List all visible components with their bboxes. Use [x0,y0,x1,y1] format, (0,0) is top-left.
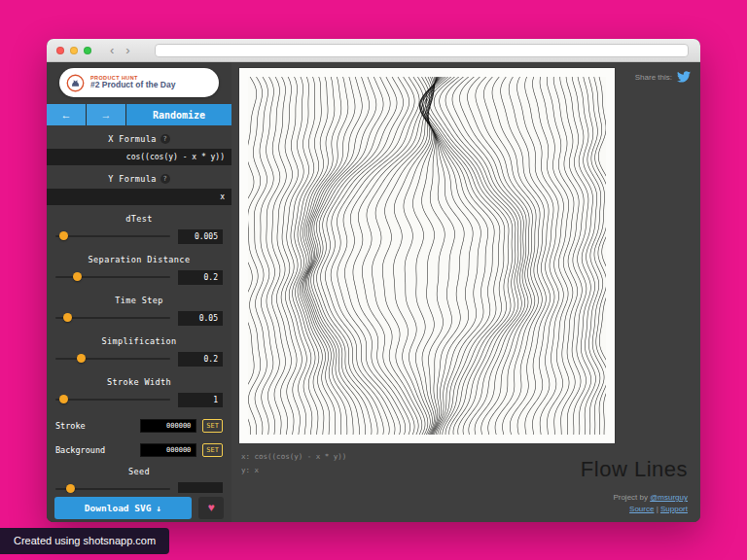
credit-line: Project by @msurguy [581,493,688,502]
links-line: Source | Support [581,505,688,513]
redo-button[interactable]: → [87,104,125,125]
dtest-slider-track[interactable] [55,227,170,246]
separation-distance-label: Separation Distance [47,254,231,265]
like-button[interactable]: ♥ [198,497,224,519]
stroke-width-slider-row: 1 [47,390,231,409]
app-title: Flow Lines [581,457,688,482]
support-link[interactable]: Support [660,505,688,513]
history-nav-row: ← → Randomize [47,104,231,125]
sidebar: Product Hunt #2 Product of the Day ← → R… [47,62,231,522]
stroke-color-swatch[interactable]: 000000 [140,419,196,433]
simplification-slider-row: 0.2 [47,349,231,368]
time-step-slider-row: 0.05 [47,308,231,328]
dtest-slider-row: 0.005 [47,227,231,246]
time-step-slider-knob[interactable] [63,313,72,322]
simplification-value: 0.2 [178,352,223,367]
caption-x-formula: x: cos((cos(y) - x * y)) [241,450,346,464]
seed-label: Seed [47,466,231,477]
product-hunt-badge[interactable]: Product Hunt #2 Product of the Day [59,68,219,97]
x-formula-label: X Formula [108,133,157,145]
product-hunt-cat-icon [66,74,85,92]
simplification-slider-knob[interactable] [77,354,86,363]
download-icon: ↓ [156,503,161,513]
time-step-label: Time Step [47,295,231,306]
x-formula-help-icon[interactable]: ? [160,134,170,144]
dtest-label: dTest [47,213,231,225]
simplification-label: Simplification [47,335,231,347]
background-color-swatch[interactable]: 000000 [140,443,196,457]
x-formula-label-row: X Formula ? [47,133,231,145]
watermark: Created using shotsnapp.com [0,528,169,554]
browser-titlebar: ‹ › [47,39,700,62]
time-step-slider-track[interactable] [55,308,170,328]
download-svg-label: Download SVG [85,503,152,513]
url-bar[interactable] [155,44,689,57]
author-link[interactable]: @msurguy [650,493,688,502]
browser-forward-button[interactable]: › [123,44,132,56]
app-content: Product Hunt #2 Product of the Day ← → R… [47,62,700,522]
stroke-width-slider-knob[interactable] [59,395,68,403]
download-svg-button[interactable]: Download SVG ↓ [54,497,192,519]
stroke-width-value: 1 [178,393,223,407]
stroke-set-button[interactable]: SET [202,419,223,433]
product-hunt-badge-text: Product Hunt #2 Product of the Day [90,75,175,90]
background-set-button[interactable]: SET [202,443,223,457]
background-color-label: Background [55,445,134,455]
source-link[interactable]: Source [629,505,654,513]
undo-button[interactable]: ← [47,104,86,125]
caption-y-formula: y: x [241,464,346,477]
share-row: Share this: [635,71,691,83]
y-formula-label: Y Formula [108,173,157,185]
dtest-slider-knob[interactable] [59,231,68,240]
y-formula-label-row: Y Formula ? [47,173,231,185]
product-hunt-award: #2 Product of the Day [90,81,175,90]
page-background: { "page": { "watermark": "Created using … [0,0,747,560]
dtest-value: 0.005 [178,229,223,244]
main-area: Share this: x: cos((cos(y) - x * y)) y: … [231,62,700,522]
formula-captions: x: cos((cos(y) - x * y)) y: x [241,450,346,476]
y-formula-input[interactable] [47,189,231,205]
browser-back-button[interactable]: ‹ [107,44,117,56]
credit-prefix: Project by [613,493,650,502]
randomize-button[interactable]: Randomize [126,104,231,125]
separation-distance-slider-row: 0.2 [47,267,231,287]
zoom-window-button[interactable] [84,47,91,54]
art-canvas-frame [239,68,615,443]
twitter-icon[interactable] [677,71,691,83]
stroke-color-row: Stroke 000000 SET [47,416,231,436]
minimize-window-button[interactable] [70,47,78,54]
share-label: Share this: [635,73,672,82]
x-formula-input[interactable] [47,149,231,165]
browser-window: ‹ › Product Hunt #2 Product of the Day ←… [47,39,700,522]
stroke-width-slider-track[interactable] [55,390,170,409]
time-step-value: 0.05 [178,311,223,326]
separation-distance-value: 0.2 [178,270,223,285]
y-formula-help-icon[interactable]: ? [160,174,170,184]
stroke-width-label: Stroke Width [47,376,231,388]
sidebar-bottom-bar: Download SVG ↓ ♥ [47,493,231,522]
close-window-button[interactable] [56,47,64,54]
background-color-row: Background 000000 SET [47,440,231,460]
brand-block: Flow Lines Project by @msurguy Source | … [581,457,688,513]
stroke-color-label: Stroke [55,421,134,431]
seed-slider-knob[interactable] [66,484,75,493]
separation-distance-slider-knob[interactable] [73,272,82,281]
separation-distance-slider-track[interactable] [55,267,170,287]
simplification-slider-track[interactable] [55,349,170,368]
flow-canvas [248,77,606,435]
